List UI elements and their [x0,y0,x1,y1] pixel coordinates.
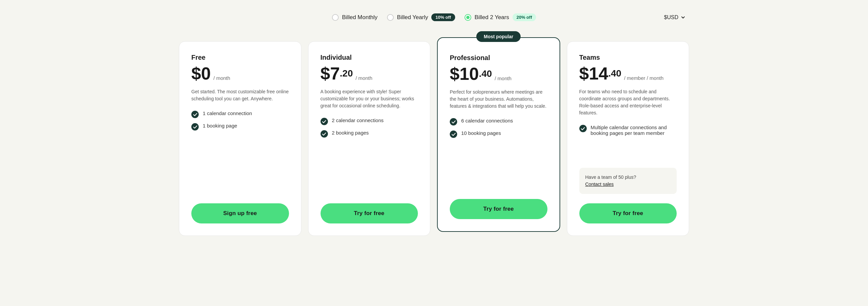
check-icon [320,118,328,125]
feature-item: 6 calendar connections [450,118,548,125]
price-period-professional: / month [495,75,512,81]
price-row-teams: $14 .40 / member / month [579,65,677,82]
plan-description-teams: For teams who need to schedule and coord… [579,88,677,116]
feature-text: 6 calendar connections [461,118,513,123]
check-icon [579,125,587,132]
radio-yearly [387,14,394,21]
feature-item: Multiple calendar connections and bookin… [579,124,677,136]
pricing-cards: Free $0 / month Get started. The most cu… [179,41,689,236]
price-decimal-teams: .40 [608,67,621,80]
plan-card-free: Free $0 / month Get started. The most cu… [179,41,302,236]
feature-item: 1 calendar connection [191,111,289,118]
contact-sales-link[interactable]: Contact sales [585,182,614,187]
plan-name-individual: Individual [320,54,418,61]
billing-yearly[interactable]: Billed Yearly 10% off [387,13,455,21]
two-years-badge: 20% off [513,13,536,21]
price-integer-free: $0 [191,65,211,82]
checkmark-svg [322,119,326,124]
feature-text: 10 booking pages [461,130,501,136]
check-icon [191,123,199,130]
most-popular-badge: Most popular [476,31,521,42]
price-row-professional: $10 .40 / month [450,65,548,83]
plan-description-free: Get started. The most customizable free … [191,88,289,102]
cta-button-professional[interactable]: Try for free [450,199,548,219]
features-list-free: 1 calendar connection 1 booking page [191,111,289,192]
billing-two-years[interactable]: Billed 2 Years 20% off [465,13,536,21]
feature-item: 1 booking page [191,123,289,130]
check-icon [320,130,328,137]
billing-yearly-label: Billed Yearly [397,14,428,21]
feature-item: 10 booking pages [450,130,548,138]
plan-name-free: Free [191,54,289,61]
radio-monthly [332,14,339,21]
price-integer-individual: $7 [320,65,340,82]
plan-card-professional: Most popularProfessional $10 .40 / month… [437,37,560,232]
plan-card-teams: Teams $14 .40 / member / month For teams… [567,41,689,236]
currency-selector[interactable]: $USD [664,14,686,21]
checkmark-svg [452,120,456,124]
cta-button-free[interactable]: Sign up free [191,203,289,223]
plan-name-teams: Teams [579,54,677,61]
plan-description-individual: A booking experience with style! Super c… [320,88,418,110]
cta-button-teams[interactable]: Try for free [579,203,677,223]
feature-text: 2 booking pages [332,130,369,135]
features-list-individual: 2 calendar connections 2 booking pages [320,117,418,192]
check-icon [191,111,199,118]
checkmark-svg [193,113,197,117]
billing-two-years-label: Billed 2 Years [475,14,509,21]
feature-text: 1 calendar connection [203,111,252,116]
billing-monthly[interactable]: Billed Monthly [332,14,378,21]
feature-item: 2 booking pages [320,130,418,137]
price-period-free: / month [214,75,230,81]
price-period-teams: / member / month [624,75,663,81]
price-decimal-professional: .40 [479,68,492,80]
price-decimal-individual: .20 [340,67,353,80]
feature-text: 2 calendar connections [332,117,384,123]
cta-button-individual[interactable]: Try for free [320,203,418,223]
check-icon [450,130,457,138]
team-box: Have a team of 50 plus? Contact sales [579,168,677,194]
feature-text: Multiple calendar connections and bookin… [591,124,677,136]
price-row-free: $0 / month [191,65,289,82]
plan-description-professional: Perfect for solopreneurs where meetings … [450,89,548,110]
check-icon [450,118,457,125]
checkmark-svg [193,125,197,129]
features-list-teams: Multiple calendar connections and bookin… [579,124,677,157]
billing-monthly-label: Billed Monthly [342,14,378,21]
plan-card-individual: Individual $7 .20 / month A booking expe… [308,41,431,236]
checkmark-svg [581,126,585,131]
radio-two-years [465,14,471,21]
features-list-professional: 6 calendar connections 10 booking pages [450,118,548,188]
plan-name-professional: Professional [450,54,548,62]
currency-label: $USD [664,14,678,21]
checkmark-svg [322,132,326,136]
billing-bar: Billed Monthly Billed Yearly 10% off Bil… [182,13,686,21]
yearly-badge: 10% off [431,13,455,21]
price-row-individual: $7 .20 / month [320,65,418,82]
price-integer-professional: $10 [450,65,479,83]
price-integer-teams: $14 [579,65,609,82]
checkmark-svg [452,132,456,136]
price-period-individual: / month [355,75,372,81]
feature-text: 1 booking page [203,123,237,128]
chevron-down-icon [680,15,686,20]
feature-item: 2 calendar connections [320,117,418,125]
team-box-text: Have a team of 50 plus? [585,175,637,180]
